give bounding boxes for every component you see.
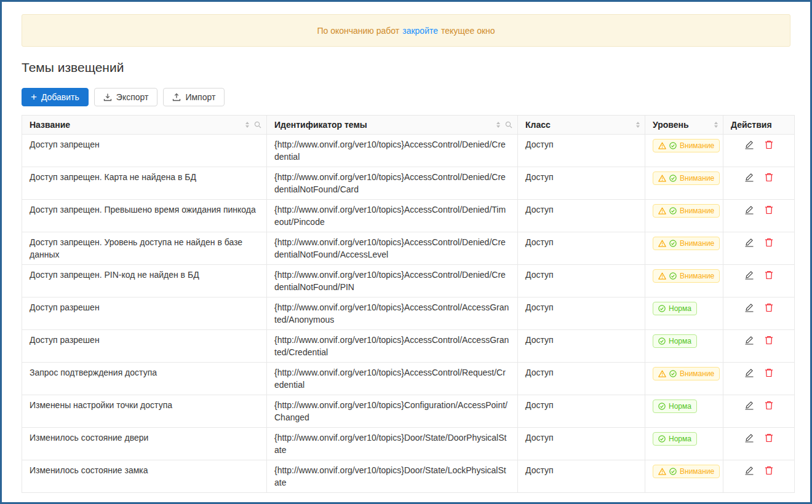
plus-icon: +	[31, 92, 37, 102]
row-level: Внимание	[645, 200, 723, 232]
trash-icon[interactable]	[765, 433, 773, 443]
table-row: Изменилось состояние замка {http://www.o…	[22, 460, 795, 493]
row-actions	[723, 167, 795, 200]
trash-icon[interactable]	[765, 270, 773, 280]
edit-pencil-icon[interactable]	[744, 302, 754, 312]
search-icon[interactable]	[254, 121, 261, 128]
topics-table: Название Идентификатор темы	[22, 115, 795, 493]
row-topic-identifier: {http://www.onvif.org/ver10/topics}Confi…	[267, 395, 518, 428]
edit-pencil-icon[interactable]	[744, 172, 754, 182]
column-header-name: Название	[22, 116, 267, 135]
add-button[interactable]: + Добавить	[22, 88, 89, 106]
edit-pencil-icon[interactable]	[744, 433, 754, 443]
check-circle-icon	[669, 240, 677, 247]
row-level: Норма	[645, 297, 723, 330]
row-name: Доступ разрешен	[22, 330, 267, 363]
sort-icon[interactable]	[245, 122, 249, 128]
row-actions	[723, 297, 795, 330]
level-badge: Внимание	[653, 465, 720, 478]
row-topic-identifier: {http://www.onvif.org/ver10/topics}Acces…	[267, 167, 518, 200]
sort-icon[interactable]	[636, 122, 640, 128]
row-level: Норма	[645, 395, 723, 428]
edit-pencil-icon[interactable]	[744, 270, 754, 280]
add-button-label: Добавить	[41, 92, 79, 102]
level-badge: Внимание	[653, 139, 720, 152]
table-header-row: Название Идентификатор темы	[22, 116, 795, 135]
row-level: Внимание	[645, 265, 723, 297]
table-row: Доступ запрещен. Карта не найдена в БД {…	[22, 167, 795, 200]
trash-icon[interactable]	[765, 303, 773, 312]
trash-icon[interactable]	[765, 238, 773, 247]
edit-pencil-icon[interactable]	[744, 237, 754, 247]
import-button[interactable]: Импорт	[163, 88, 225, 106]
table-row: Доступ запрещен. Превышено время ожидани…	[22, 200, 795, 232]
notice-banner: По окончанию работ закройте текущее окно	[22, 14, 790, 47]
trash-icon[interactable]	[765, 368, 773, 377]
level-badge: Внимание	[653, 171, 720, 185]
trash-icon[interactable]	[765, 336, 773, 345]
row-topic-identifier: {http://www.onvif.org/ver10/topics}Acces…	[267, 232, 518, 265]
check-circle-icon	[669, 370, 677, 377]
level-badge: Норма	[653, 334, 697, 348]
check-circle-icon	[669, 272, 677, 280]
row-topic-identifier: {http://www.onvif.org/ver10/topics}Door/…	[267, 460, 518, 493]
row-actions	[723, 200, 795, 232]
check-circle-icon	[658, 435, 666, 443]
banner-text-after: текущее окно	[441, 26, 495, 36]
edit-pencil-icon[interactable]	[744, 465, 754, 475]
edit-pencil-icon[interactable]	[744, 400, 754, 410]
level-badge: Норма	[653, 302, 697, 315]
row-name: Доступ запрещен. Карта не найдена в БД	[22, 167, 267, 200]
export-button-label: Экспорт	[116, 92, 149, 102]
sort-icon[interactable]	[714, 122, 718, 128]
level-badge-label: Внимание	[680, 272, 714, 280]
table-body: Доступ запрещен {http://www.onvif.org/ve…	[22, 135, 795, 493]
row-topic-identifier: {http://www.onvif.org/ver10/topics}Acces…	[267, 135, 518, 167]
sort-icon[interactable]	[496, 122, 500, 128]
download-icon	[103, 93, 112, 101]
edit-pencil-icon[interactable]	[744, 335, 754, 345]
row-class: Доступ	[518, 395, 645, 428]
trash-icon[interactable]	[765, 466, 773, 475]
warning-triangle-icon	[658, 272, 666, 280]
search-icon[interactable]	[505, 121, 512, 128]
check-circle-icon	[658, 305, 666, 312]
export-button[interactable]: Экспорт	[94, 88, 158, 106]
row-level: Внимание	[645, 167, 723, 200]
trash-icon[interactable]	[765, 140, 773, 149]
edit-pencil-icon[interactable]	[744, 368, 754, 377]
row-name: Изменены настройки точки доступа	[22, 395, 267, 428]
row-level: Внимание	[645, 363, 723, 395]
check-circle-icon	[669, 175, 677, 182]
level-badge-label: Внимание	[680, 240, 714, 247]
table-row: Доступ запрещен {http://www.onvif.org/ve…	[22, 135, 795, 167]
level-badge: Внимание	[653, 367, 720, 380]
banner-close-link[interactable]: закройте	[402, 26, 438, 36]
row-level: Норма	[645, 428, 723, 460]
level-badge-label: Внимание	[680, 370, 714, 377]
table-row: Запрос подтверждения доступа {http://www…	[22, 363, 795, 395]
warning-triangle-icon	[658, 175, 666, 182]
row-actions	[723, 232, 795, 265]
row-class: Доступ	[518, 428, 645, 460]
column-header-actions: Действия	[723, 116, 795, 135]
edit-pencil-icon[interactable]	[744, 205, 754, 215]
trash-icon[interactable]	[765, 401, 773, 410]
row-class: Доступ	[518, 460, 645, 493]
trash-icon[interactable]	[765, 173, 773, 182]
window: { "banner": { "text_before": "По окончан…	[0, 0, 812, 504]
column-header-level: Уровень	[645, 116, 723, 135]
page-title: Темы извещений	[22, 60, 790, 75]
edit-pencil-icon[interactable]	[744, 140, 754, 149]
column-header-actions-label: Действия	[731, 120, 772, 130]
table-row: Изменены настройки точки доступа {http:/…	[22, 395, 795, 428]
row-name: Изменилось состояние двери	[22, 428, 267, 460]
row-topic-identifier: {http://www.onvif.org/ver10/topics}Door/…	[267, 428, 518, 460]
import-button-label: Импорт	[185, 92, 215, 102]
level-badge-label: Внимание	[680, 175, 714, 182]
row-topic-identifier: {http://www.onvif.org/ver10/topics}Acces…	[267, 200, 518, 232]
row-name: Запрос подтверждения доступа	[22, 363, 267, 395]
warning-triangle-icon	[658, 468, 666, 475]
check-circle-icon	[669, 468, 677, 475]
trash-icon[interactable]	[765, 205, 773, 215]
